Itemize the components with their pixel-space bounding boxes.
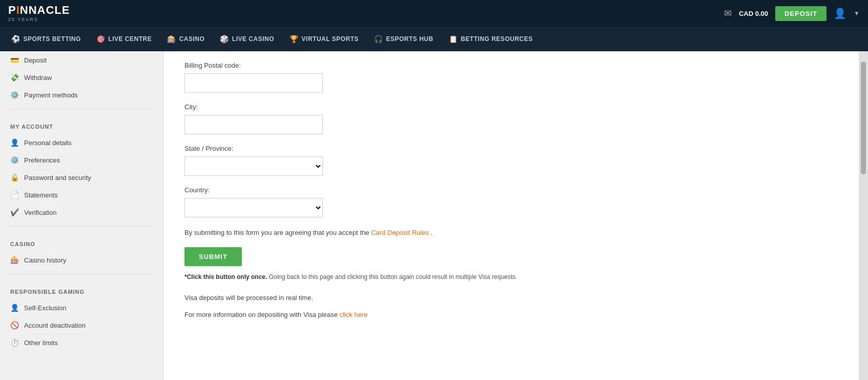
city-group: City: — [184, 103, 533, 134]
sidebar-label-account-deactivation: Account deactivation — [24, 322, 86, 329]
sidebar-label-deposit: Deposit — [24, 56, 47, 64]
country-select[interactable] — [184, 198, 323, 217]
payment-methods-icon: ⚙️ — [10, 91, 19, 99]
city-label: City: — [184, 103, 533, 111]
state-group: State / Province: — [184, 145, 533, 176]
main-content: Billing Postal code: City: State / Provi… — [164, 51, 859, 380]
sidebar-label-self-exclusion: Self-Exclusion — [24, 304, 66, 312]
sidebar-label-personal-details: Personal details — [24, 139, 72, 147]
self-exclusion-icon: 👤 — [10, 304, 19, 312]
nav-item-live-casino[interactable]: 🎲 LIVE CASINO — [213, 27, 281, 51]
sidebar-item-preferences[interactable]: ⚙️ Preferences — [0, 151, 163, 169]
sidebar-item-casino-history[interactable]: 🎰 Casino history — [0, 251, 163, 269]
statements-icon: 📄 — [10, 191, 19, 199]
account-deactivation-icon: 🚫 — [10, 321, 19, 329]
info-prefix: For more information on depositing with … — [184, 311, 340, 318]
personal-details-icon: 👤 — [10, 138, 19, 147]
nav-label-casino: CASINO — [179, 35, 205, 43]
form-area: Billing Postal code: City: State / Provi… — [164, 51, 553, 348]
sidebar-item-withdraw[interactable]: 💸 Withdraw — [0, 69, 163, 86]
sidebar-label-statements: Statements — [24, 191, 58, 199]
casino-icon: 🎰 — [167, 35, 176, 43]
nav-item-live-centre[interactable]: 🎯 LIVE CENTRE — [89, 27, 159, 51]
nav-label-live-centre: LIVE CENTRE — [108, 35, 152, 43]
deposit-icon: 💳 — [10, 56, 19, 64]
billing-postal-input[interactable] — [184, 73, 323, 93]
nav-label-betting-resources: BETTING RESOURCES — [461, 35, 533, 43]
top-bar-right: ✉ CAD 0.00 DEPOSIT 👤 ▼ — [724, 6, 860, 21]
verification-icon: ✔️ — [10, 208, 19, 216]
nav-label-esports-hub: ESPORTS HUB — [386, 35, 433, 43]
click-once-bold: *Click this button only once. — [184, 273, 267, 281]
sidebar-item-other-limits[interactable]: ⏱️ Other limits — [0, 334, 163, 351]
sidebar-label-withdraw: Withdraw — [24, 74, 52, 82]
sidebar-item-deposit[interactable]: 💳 Deposit — [0, 51, 163, 69]
chevron-down-icon[interactable]: ▼ — [854, 10, 860, 17]
sidebar-item-personal-details[interactable]: 👤 Personal details — [0, 134, 163, 151]
submit-button[interactable]: SUBMIT — [184, 247, 242, 266]
sidebar-label-preferences: Preferences — [24, 156, 60, 164]
casino-history-icon: 🎰 — [10, 256, 19, 264]
sidebar-divider-3 — [10, 274, 153, 274]
billing-postal-group: Billing Postal code: — [184, 62, 533, 93]
card-deposit-rules-link[interactable]: Card Deposit Rules — [371, 229, 429, 236]
sidebar-label-casino-history: Casino history — [24, 256, 66, 264]
sidebar-label-other-limits: Other limits — [24, 339, 58, 347]
click-once-rest: Going back to this page and clicking thi… — [269, 273, 518, 281]
sidebar-item-password-security[interactable]: 🔒 Password and security — [0, 169, 163, 186]
click-once-notice: *Click this button only once. Going back… — [184, 272, 533, 282]
nav-label-live-casino: LIVE CASINO — [232, 35, 274, 43]
nav-label-sports-betting: SPORTS BETTING — [24, 35, 81, 43]
country-label: Country: — [184, 186, 533, 194]
live-centre-icon: 🎯 — [96, 35, 106, 43]
nav-item-esports-hub[interactable]: 🎧 ESPORTS HUB — [367, 27, 441, 51]
click-here-link[interactable]: click here — [340, 311, 368, 318]
logo[interactable]: PINNACLE 25 YEARS — [8, 5, 70, 22]
billing-postal-label: Billing Postal code: — [184, 62, 533, 69]
notice-prefix: By submitting to this form you are agree… — [184, 229, 371, 236]
sports-betting-icon: ⚽ — [11, 35, 20, 43]
nav-item-virtual-sports[interactable]: 🏆 VIRTUAL SPORTS — [282, 27, 366, 51]
sidebar-label-payment-methods: Payment methods — [24, 91, 78, 99]
city-input[interactable] — [184, 115, 323, 134]
scrollbar-thumb[interactable] — [861, 62, 866, 174]
sidebar-divider-2 — [10, 226, 153, 227]
live-casino-icon: 🎲 — [220, 35, 229, 43]
deposit-button[interactable]: DEPOSIT — [775, 6, 826, 21]
sidebar-section-myaccount: MY ACCOUNT — [0, 114, 163, 134]
balance-display: CAD 0.00 — [739, 10, 768, 17]
other-limits-icon: ⏱️ — [10, 338, 19, 347]
state-label: State / Province: — [184, 145, 533, 152]
country-group: Country: — [184, 186, 533, 217]
preferences-icon: ⚙️ — [10, 156, 19, 164]
nav-item-casino[interactable]: 🎰 CASINO — [160, 27, 212, 51]
sidebar-divider-1 — [10, 109, 153, 109]
envelope-icon[interactable]: ✉ — [724, 8, 732, 19]
sidebar-item-account-deactivation[interactable]: 🚫 Account deactivation — [0, 316, 163, 334]
account-icon[interactable]: 👤 — [834, 7, 846, 19]
scrollbar-area — [859, 51, 868, 380]
nav-item-sports-betting[interactable]: ⚽ SPORTS BETTING — [4, 27, 88, 51]
sidebar-section-casino: CASINO — [0, 232, 163, 251]
password-security-icon: 🔒 — [10, 173, 19, 182]
sidebar-item-payment-methods[interactable]: ⚙️ Payment methods — [0, 86, 163, 104]
more-info-text: For more information on depositing with … — [184, 310, 533, 320]
withdraw-icon: 💸 — [10, 73, 19, 82]
esports-hub-icon: 🎧 — [374, 35, 383, 43]
sidebar: 💳 Deposit 💸 Withdraw ⚙️ Payment methods … — [0, 51, 164, 380]
betting-resources-icon: 📋 — [449, 35, 458, 43]
sidebar-label-password-security: Password and security — [24, 174, 91, 182]
logo-years: 25 YEARS — [8, 17, 38, 22]
sidebar-item-verification[interactable]: ✔️ Verification — [0, 204, 163, 221]
sidebar-section-responsible: RESPONSIBLE GAMING — [0, 279, 163, 299]
card-deposit-notice: By submitting to this form you are agree… — [184, 228, 533, 238]
sidebar-item-statements[interactable]: 📄 Statements — [0, 186, 163, 204]
notice-period: . — [431, 229, 433, 236]
top-bar: PINNACLE 25 YEARS ✉ CAD 0.00 DEPOSIT 👤 ▼ — [0, 0, 868, 27]
main-nav: ⚽ SPORTS BETTING 🎯 LIVE CENTRE 🎰 CASINO … — [0, 27, 868, 51]
sidebar-item-self-exclusion[interactable]: 👤 Self-Exclusion — [0, 299, 163, 316]
nav-item-betting-resources[interactable]: 📋 BETTING RESOURCES — [442, 27, 540, 51]
state-select[interactable] — [184, 156, 323, 176]
visa-realtime-text: Visa deposits will be processed in real … — [184, 293, 533, 303]
virtual-sports-icon: 🏆 — [290, 35, 299, 43]
